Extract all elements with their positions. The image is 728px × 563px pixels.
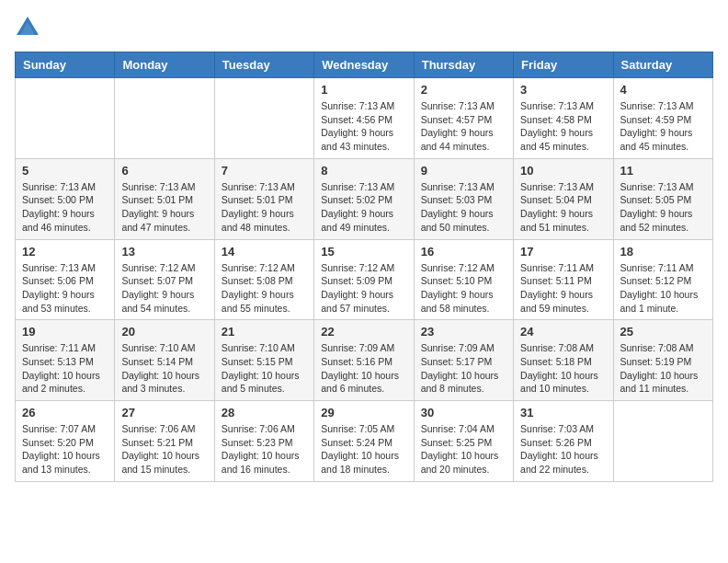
day-number: 2 [421, 83, 506, 97]
calendar-cell: 30Sunrise: 7:04 AM Sunset: 5:25 PM Dayli… [414, 401, 513, 482]
page-header [15, 15, 713, 40]
calendar-cell: 8Sunrise: 7:13 AM Sunset: 5:02 PM Daylig… [314, 158, 414, 239]
weekday-header-monday: Monday [115, 52, 214, 78]
weekday-header-wednesday: Wednesday [314, 52, 414, 78]
day-number: 24 [520, 325, 606, 339]
day-number: 6 [121, 164, 207, 178]
day-info: Sunrise: 7:12 AM Sunset: 5:08 PM Dayligh… [222, 261, 307, 316]
calendar-cell: 20Sunrise: 7:10 AM Sunset: 5:14 PM Dayli… [115, 320, 214, 401]
day-info: Sunrise: 7:10 AM Sunset: 5:14 PM Dayligh… [121, 341, 207, 396]
calendar-cell: 15Sunrise: 7:12 AM Sunset: 5:09 PM Dayli… [314, 239, 414, 320]
day-info: Sunrise: 7:13 AM Sunset: 5:05 PM Dayligh… [620, 180, 706, 235]
day-info: Sunrise: 7:13 AM Sunset: 5:01 PM Dayligh… [121, 180, 207, 235]
calendar-cell: 25Sunrise: 7:08 AM Sunset: 5:19 PM Dayli… [613, 320, 712, 401]
weekday-header-saturday: Saturday [613, 52, 712, 78]
day-info: Sunrise: 7:12 AM Sunset: 5:07 PM Dayligh… [121, 261, 207, 316]
calendar-week-row: 19Sunrise: 7:11 AM Sunset: 5:13 PM Dayli… [16, 320, 713, 401]
logo [15, 15, 44, 40]
calendar-cell: 19Sunrise: 7:11 AM Sunset: 5:13 PM Dayli… [16, 320, 115, 401]
day-number: 3 [520, 83, 606, 97]
day-info: Sunrise: 7:07 AM Sunset: 5:20 PM Dayligh… [22, 422, 108, 477]
calendar-cell [115, 78, 214, 159]
day-number: 29 [321, 406, 406, 419]
day-number: 26 [22, 406, 108, 419]
calendar-week-row: 5Sunrise: 7:13 AM Sunset: 5:00 PM Daylig… [16, 158, 713, 239]
day-info: Sunrise: 7:13 AM Sunset: 4:57 PM Dayligh… [421, 99, 506, 154]
logo-icon [15, 15, 40, 40]
calendar-cell: 16Sunrise: 7:12 AM Sunset: 5:10 PM Dayli… [414, 239, 513, 320]
day-number: 5 [22, 164, 108, 178]
day-number: 4 [620, 83, 706, 97]
calendar-cell [16, 78, 115, 159]
calendar-cell: 23Sunrise: 7:09 AM Sunset: 5:17 PM Dayli… [414, 320, 513, 401]
weekday-header-friday: Friday [514, 52, 613, 78]
day-number: 16 [421, 245, 506, 259]
day-number: 14 [222, 245, 307, 259]
day-info: Sunrise: 7:13 AM Sunset: 5:06 PM Dayligh… [22, 261, 108, 316]
day-number: 27 [121, 406, 207, 419]
day-info: Sunrise: 7:06 AM Sunset: 5:23 PM Dayligh… [222, 422, 307, 477]
calendar-cell: 31Sunrise: 7:03 AM Sunset: 5:26 PM Dayli… [514, 401, 613, 482]
day-number: 15 [321, 245, 406, 259]
day-number: 10 [520, 164, 606, 178]
calendar-cell: 17Sunrise: 7:11 AM Sunset: 5:11 PM Dayli… [514, 239, 613, 320]
calendar-cell: 3Sunrise: 7:13 AM Sunset: 4:58 PM Daylig… [514, 78, 613, 159]
day-info: Sunrise: 7:06 AM Sunset: 5:21 PM Dayligh… [121, 422, 207, 477]
day-info: Sunrise: 7:13 AM Sunset: 5:03 PM Dayligh… [421, 180, 506, 235]
calendar-cell: 29Sunrise: 7:05 AM Sunset: 5:24 PM Dayli… [314, 401, 414, 482]
calendar-cell: 26Sunrise: 7:07 AM Sunset: 5:20 PM Dayli… [16, 401, 115, 482]
weekday-header-thursday: Thursday [414, 52, 513, 78]
calendar-cell: 4Sunrise: 7:13 AM Sunset: 4:59 PM Daylig… [613, 78, 712, 159]
calendar-week-row: 26Sunrise: 7:07 AM Sunset: 5:20 PM Dayli… [16, 401, 713, 482]
day-info: Sunrise: 7:13 AM Sunset: 4:59 PM Dayligh… [620, 99, 706, 154]
day-info: Sunrise: 7:10 AM Sunset: 5:15 PM Dayligh… [222, 341, 307, 396]
day-number: 23 [421, 325, 506, 339]
day-number: 19 [22, 325, 108, 339]
day-number: 13 [121, 245, 207, 259]
day-number: 22 [321, 325, 406, 339]
calendar-cell: 6Sunrise: 7:13 AM Sunset: 5:01 PM Daylig… [115, 158, 214, 239]
day-info: Sunrise: 7:08 AM Sunset: 5:18 PM Dayligh… [520, 341, 606, 396]
day-info: Sunrise: 7:09 AM Sunset: 5:17 PM Dayligh… [421, 341, 506, 396]
calendar-cell [613, 401, 712, 482]
day-number: 28 [222, 406, 307, 419]
calendar-cell: 27Sunrise: 7:06 AM Sunset: 5:21 PM Dayli… [115, 401, 214, 482]
day-number: 30 [421, 406, 506, 419]
calendar-cell: 13Sunrise: 7:12 AM Sunset: 5:07 PM Dayli… [115, 239, 214, 320]
weekday-header-tuesday: Tuesday [214, 52, 313, 78]
calendar-cell: 11Sunrise: 7:13 AM Sunset: 5:05 PM Dayli… [613, 158, 712, 239]
day-info: Sunrise: 7:04 AM Sunset: 5:25 PM Dayligh… [421, 422, 506, 477]
calendar-week-row: 1Sunrise: 7:13 AM Sunset: 4:56 PM Daylig… [16, 78, 713, 159]
day-info: Sunrise: 7:13 AM Sunset: 5:04 PM Dayligh… [520, 180, 606, 235]
day-info: Sunrise: 7:03 AM Sunset: 5:26 PM Dayligh… [520, 422, 606, 477]
day-number: 12 [22, 245, 108, 259]
day-number: 1 [321, 83, 406, 97]
day-info: Sunrise: 7:11 AM Sunset: 5:12 PM Dayligh… [620, 261, 706, 316]
day-number: 20 [121, 325, 207, 339]
calendar-cell: 5Sunrise: 7:13 AM Sunset: 5:00 PM Daylig… [16, 158, 115, 239]
day-info: Sunrise: 7:12 AM Sunset: 5:10 PM Dayligh… [421, 261, 506, 316]
day-info: Sunrise: 7:13 AM Sunset: 4:58 PM Dayligh… [520, 99, 606, 154]
calendar-cell: 28Sunrise: 7:06 AM Sunset: 5:23 PM Dayli… [214, 401, 313, 482]
calendar-week-row: 12Sunrise: 7:13 AM Sunset: 5:06 PM Dayli… [16, 239, 713, 320]
day-info: Sunrise: 7:13 AM Sunset: 5:02 PM Dayligh… [321, 180, 406, 235]
day-info: Sunrise: 7:13 AM Sunset: 5:01 PM Dayligh… [222, 180, 307, 235]
day-info: Sunrise: 7:12 AM Sunset: 5:09 PM Dayligh… [321, 261, 406, 316]
day-info: Sunrise: 7:13 AM Sunset: 4:56 PM Dayligh… [321, 99, 406, 154]
calendar-cell: 24Sunrise: 7:08 AM Sunset: 5:18 PM Dayli… [514, 320, 613, 401]
day-number: 9 [421, 164, 506, 178]
calendar-cell: 2Sunrise: 7:13 AM Sunset: 4:57 PM Daylig… [414, 78, 513, 159]
day-number: 7 [222, 164, 307, 178]
day-info: Sunrise: 7:08 AM Sunset: 5:19 PM Dayligh… [620, 341, 706, 396]
calendar-cell: 12Sunrise: 7:13 AM Sunset: 5:06 PM Dayli… [16, 239, 115, 320]
calendar-cell: 21Sunrise: 7:10 AM Sunset: 5:15 PM Dayli… [214, 320, 313, 401]
calendar-cell: 18Sunrise: 7:11 AM Sunset: 5:12 PM Dayli… [613, 239, 712, 320]
calendar-table: SundayMondayTuesdayWednesdayThursdayFrid… [15, 52, 713, 482]
day-number: 8 [321, 164, 406, 178]
day-number: 17 [520, 245, 606, 259]
day-info: Sunrise: 7:11 AM Sunset: 5:13 PM Dayligh… [22, 341, 108, 396]
calendar-cell: 14Sunrise: 7:12 AM Sunset: 5:08 PM Dayli… [214, 239, 313, 320]
calendar-cell [214, 78, 313, 159]
calendar-cell: 7Sunrise: 7:13 AM Sunset: 5:01 PM Daylig… [214, 158, 313, 239]
day-number: 25 [620, 325, 706, 339]
